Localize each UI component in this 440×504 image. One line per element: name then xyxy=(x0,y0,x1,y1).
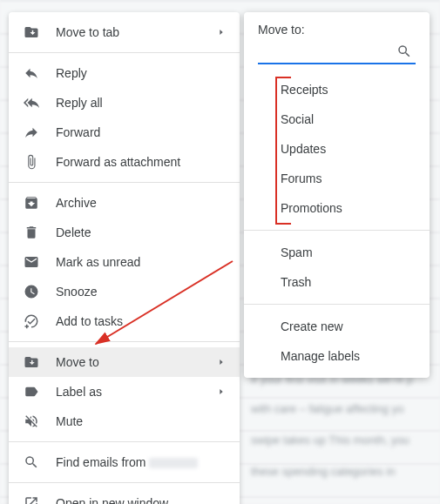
submenu-search-input[interactable] xyxy=(258,42,416,64)
menu-label: Forward xyxy=(56,125,226,139)
chevron-right-icon xyxy=(217,358,226,366)
submenu-item-trash[interactable]: Trash xyxy=(244,267,430,297)
move-to-icon xyxy=(21,354,42,370)
delete-icon xyxy=(21,225,42,240)
chevron-right-icon xyxy=(217,387,226,396)
menu-label: Snooze xyxy=(56,285,226,299)
search-icon xyxy=(21,454,42,470)
menu-label: Move to tab xyxy=(56,25,217,39)
submenu-search-row xyxy=(244,42,430,68)
forward-icon xyxy=(21,124,42,140)
separator xyxy=(9,441,240,442)
separator xyxy=(9,482,240,483)
separator xyxy=(244,230,430,231)
label-icon xyxy=(21,384,42,400)
menu-label: Mark as unread xyxy=(56,255,226,269)
separator xyxy=(244,304,430,305)
search-icon xyxy=(396,44,412,59)
submenu-item-social[interactable]: Social xyxy=(244,104,430,134)
menu-mute[interactable]: Mute xyxy=(9,407,240,436)
menu-label: Add to tasks xyxy=(56,314,226,328)
menu-forward[interactable]: Forward xyxy=(9,118,240,147)
blurred-bg-text: swipe takes up This month, you xyxy=(251,433,410,447)
attachment-icon xyxy=(21,154,42,170)
submenu-item-updates[interactable]: Updates xyxy=(244,134,430,164)
menu-label: Delete xyxy=(56,225,226,239)
submenu-item-promotions[interactable]: Promotions xyxy=(244,193,430,223)
menu-reply[interactable]: Reply xyxy=(9,58,240,88)
mark-unread-icon xyxy=(21,254,42,270)
blurred-bg-text: these spending categories in xyxy=(251,465,396,478)
redacted-sender xyxy=(149,458,198,468)
reply-all-icon xyxy=(21,95,42,111)
menu-move-to[interactable]: Move to xyxy=(9,347,240,377)
submenu-item-spam[interactable]: Spam xyxy=(244,238,430,267)
menu-label: Archive xyxy=(56,196,226,210)
menu-add-tasks[interactable]: Add to tasks xyxy=(9,306,240,336)
submenu-title: Move to: xyxy=(244,23,430,42)
mute-icon xyxy=(21,413,42,429)
menu-snooze[interactable]: Snooze xyxy=(9,277,240,306)
menu-move-to-tab[interactable]: Move to tab xyxy=(9,17,240,47)
annotation-red-bracket xyxy=(275,77,291,225)
menu-archive[interactable]: Archive xyxy=(9,188,240,218)
submenu-item-manage-labels[interactable]: Manage labels xyxy=(244,341,430,371)
menu-delete[interactable]: Delete xyxy=(9,218,240,247)
menu-mark-unread[interactable]: Mark as unread xyxy=(9,247,240,277)
menu-open-new-window[interactable]: Open in new window xyxy=(9,488,240,504)
snooze-icon xyxy=(21,284,42,299)
context-menu: Move to tab Reply Reply all Forward Forw… xyxy=(9,12,240,504)
blurred-bg-text: with care – fatigue affecting yo xyxy=(251,402,403,415)
chevron-right-icon xyxy=(217,28,226,37)
menu-reply-all[interactable]: Reply all xyxy=(9,88,240,118)
separator xyxy=(9,52,240,53)
menu-label: Label as xyxy=(56,385,217,399)
move-to-submenu: Move to: Receipts Social Updates Forums … xyxy=(244,12,430,378)
menu-label: Find emails from xyxy=(56,455,226,469)
submenu-item-create-new[interactable]: Create new xyxy=(244,312,430,341)
separator xyxy=(9,341,240,342)
menu-forward-attachment[interactable]: Forward as attachment xyxy=(9,147,240,177)
menu-label: Reply xyxy=(56,66,226,80)
archive-icon xyxy=(21,195,42,211)
submenu-item-receipts[interactable]: Receipts xyxy=(244,75,430,104)
separator xyxy=(9,182,240,183)
menu-label: Reply all xyxy=(56,96,226,110)
menu-label: Forward as attachment xyxy=(56,155,226,169)
menu-label: Mute xyxy=(56,414,226,428)
menu-find-emails[interactable]: Find emails from xyxy=(9,447,240,477)
submenu-item-forums[interactable]: Forums xyxy=(244,164,430,193)
menu-label: Move to xyxy=(56,355,217,369)
reply-icon xyxy=(21,65,42,81)
add-tasks-icon xyxy=(21,313,42,329)
open-new-window-icon xyxy=(21,495,42,504)
move-to-tab-icon xyxy=(21,24,42,40)
menu-label: Open in new window xyxy=(56,496,226,504)
menu-label-as[interactable]: Label as xyxy=(9,377,240,407)
